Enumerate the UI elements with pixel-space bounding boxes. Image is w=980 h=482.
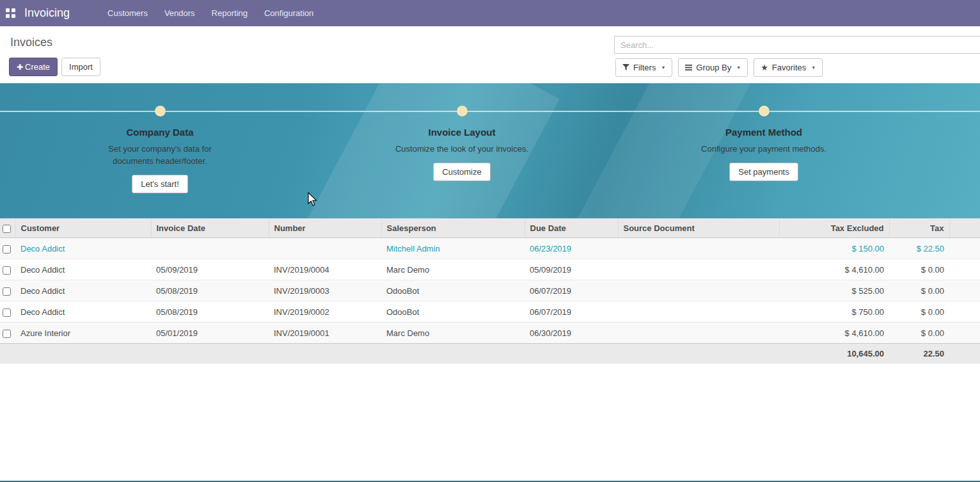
- cell-tax[interactable]: $ 0.00: [889, 280, 949, 301]
- cell-salesperson[interactable]: OdooBot: [381, 301, 525, 323]
- column-header-source-document[interactable]: Source Document: [618, 219, 779, 238]
- cell-number[interactable]: INV/2019/0001: [269, 323, 381, 344]
- cell-number[interactable]: INV/2019/0003: [269, 280, 381, 301]
- cell-salesperson[interactable]: Marc Demo: [381, 259, 525, 280]
- row-checkbox[interactable]: [3, 330, 11, 338]
- invoice-row[interactable]: Azure Interior 05/01/2019 INV/2019/0001 …: [0, 323, 980, 344]
- invoice-row[interactable]: Deco Addict 05/09/2019 INV/2019/0004 Mar…: [0, 259, 980, 280]
- set-payments-button[interactable]: Set payments: [729, 163, 798, 181]
- cell-source-document[interactable]: [618, 238, 779, 259]
- cell-tax[interactable]: $ 0.00: [889, 301, 949, 323]
- column-header-invoice-date[interactable]: Invoice Date: [151, 219, 269, 238]
- nav-item-customers[interactable]: Customers: [99, 0, 156, 26]
- step-title: Payment Method: [687, 127, 841, 138]
- page-title: Invoices: [10, 36, 52, 49]
- cell-tax[interactable]: $ 22.50: [889, 238, 949, 259]
- nav-item-reporting[interactable]: Reporting: [203, 0, 256, 26]
- onboarding-banner: Company Data Set your company's data for…: [0, 83, 980, 218]
- cell-due-date[interactable]: 06/07/2019: [525, 280, 618, 301]
- cell-invoice-date[interactable]: 05/08/2019: [151, 280, 269, 301]
- row-checkbox[interactable]: [3, 266, 11, 275]
- nav-item-vendors[interactable]: Vendors: [156, 0, 203, 26]
- customize-button[interactable]: Customize: [433, 163, 490, 181]
- star-icon: ★: [761, 63, 768, 72]
- nav-item-configuration[interactable]: Configuration: [256, 0, 322, 26]
- favorites-button[interactable]: ★ Favorites ▼: [754, 58, 823, 77]
- control-panel: Invoices ✚Create Import Filters ▼ Group …: [0, 26, 980, 83]
- apps-menu-icon[interactable]: [6, 8, 15, 18]
- column-header-tax-excluded[interactable]: Tax Excluded: [779, 219, 889, 238]
- column-header-salesperson[interactable]: Salesperson: [381, 219, 525, 238]
- cell-tax[interactable]: $ 0.00: [889, 259, 949, 280]
- row-checkbox[interactable]: [3, 245, 11, 253]
- filters-button[interactable]: Filters ▼: [615, 58, 672, 77]
- step-description: Set your company's data for documents he…: [93, 143, 227, 167]
- step-title: Invoice Layout: [385, 127, 539, 138]
- plus-icon: ✚: [17, 63, 23, 72]
- chevron-down-icon: ▼: [661, 65, 665, 70]
- cell-filler: [949, 301, 980, 323]
- cell-source-document[interactable]: [618, 323, 779, 344]
- cell-customer[interactable]: Deco Addict: [15, 259, 151, 280]
- chevron-down-icon: ▼: [811, 65, 816, 70]
- cell-invoice-date[interactable]: 05/01/2019: [151, 323, 269, 344]
- invoice-row[interactable]: Deco Addict 05/08/2019 INV/2019/0003 Odo…: [0, 280, 980, 301]
- cell-customer[interactable]: Azure Interior: [15, 323, 151, 344]
- cell-tax-excluded[interactable]: $ 750.00: [779, 301, 889, 323]
- import-button[interactable]: Import: [61, 58, 100, 76]
- table-header-row: Customer Invoice Date Number Salesperson…: [0, 219, 980, 238]
- search-input[interactable]: [614, 36, 980, 54]
- cell-due-date[interactable]: 06/07/2019: [525, 301, 618, 323]
- cell-salesperson[interactable]: OdooBot: [381, 280, 525, 301]
- select-all-cell: [0, 219, 15, 238]
- filter-buttons: Filters ▼ Group By ▼ ★ Favorites ▼: [615, 58, 823, 77]
- column-header-tax[interactable]: Tax: [889, 219, 949, 238]
- onboarding-step-company-data: Company Data Set your company's data for…: [83, 83, 237, 193]
- cell-source-document[interactable]: [618, 301, 779, 323]
- select-all-checkbox[interactable]: [3, 225, 11, 233]
- cell-customer[interactable]: Deco Addict: [15, 301, 151, 323]
- cell-invoice-date[interactable]: 05/08/2019: [151, 301, 269, 323]
- footer-tax-total: 22.50: [889, 344, 949, 364]
- row-checkbox-cell: [0, 238, 15, 259]
- row-checkbox[interactable]: [3, 287, 11, 296]
- invoice-row[interactable]: Deco Addict 05/08/2019 INV/2019/0002 Odo…: [0, 301, 980, 323]
- filter-funnel-icon: [622, 64, 629, 71]
- cell-customer[interactable]: Deco Addict: [15, 280, 151, 301]
- cell-source-document[interactable]: [618, 280, 779, 301]
- cell-tax[interactable]: $ 0.00: [889, 323, 949, 344]
- cell-due-date[interactable]: 05/09/2019: [525, 259, 618, 280]
- invoice-row[interactable]: Deco Addict Mitchell Admin 06/23/2019 $ …: [0, 238, 980, 259]
- cell-source-document[interactable]: [618, 259, 779, 280]
- cell-invoice-date[interactable]: [151, 238, 269, 259]
- lets-start-button[interactable]: Let's start!: [132, 175, 188, 193]
- group-by-button[interactable]: Group By ▼: [678, 58, 748, 77]
- column-header-due-date[interactable]: Due Date: [525, 219, 618, 238]
- cell-tax-excluded[interactable]: $ 525.00: [779, 280, 889, 301]
- cell-salesperson[interactable]: Marc Demo: [381, 323, 525, 344]
- column-header-number[interactable]: Number: [269, 219, 381, 238]
- top-navbar: Invoicing Customers Vendors Reporting Co…: [0, 0, 980, 26]
- cell-tax-excluded[interactable]: $ 150.00: [779, 238, 889, 259]
- app-name[interactable]: Invoicing: [24, 6, 70, 20]
- row-checkbox[interactable]: [3, 309, 11, 317]
- invoice-table-body: Deco Addict Mitchell Admin 06/23/2019 $ …: [0, 238, 980, 344]
- group-by-bars-icon: [685, 64, 692, 71]
- cell-tax-excluded[interactable]: $ 4,610.00: [779, 323, 889, 344]
- cell-invoice-date[interactable]: 05/09/2019: [151, 259, 269, 280]
- cell-due-date[interactable]: 06/30/2019: [525, 323, 618, 344]
- cell-number[interactable]: [269, 238, 381, 259]
- row-checkbox-cell: [0, 280, 15, 301]
- column-header-customer[interactable]: Customer: [15, 219, 151, 238]
- create-button[interactable]: ✚Create: [9, 58, 58, 76]
- table-footer-row: 10,645.00 22.50: [0, 344, 980, 364]
- cell-tax-excluded[interactable]: $ 4,610.00: [779, 259, 889, 280]
- cell-number[interactable]: INV/2019/0004: [269, 259, 381, 280]
- cell-number[interactable]: INV/2019/0002: [269, 301, 381, 323]
- cell-salesperson[interactable]: Mitchell Admin: [381, 238, 525, 259]
- step-dot-icon: [759, 106, 770, 116]
- nav-menu: Customers Vendors Reporting Configuratio…: [99, 0, 322, 26]
- cell-due-date[interactable]: 06/23/2019: [525, 238, 618, 259]
- row-checkbox-cell: [0, 323, 15, 344]
- cell-customer[interactable]: Deco Addict: [15, 238, 151, 259]
